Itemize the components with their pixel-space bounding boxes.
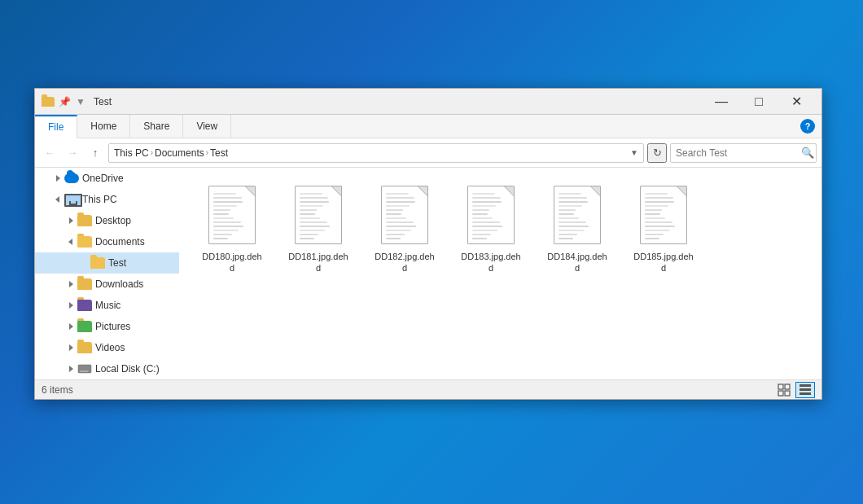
path-chevron-2: › [206,148,208,157]
svg-rect-8 [799,388,811,391]
file-icon [290,182,347,248]
close-button[interactable]: ✕ [778,89,815,115]
large-icons-view-button[interactable] [774,382,794,398]
svg-rect-5 [778,391,783,396]
folder-desktop-icon [77,213,92,228]
sidebar-item-music[interactable]: Music [35,295,179,316]
file-area: DD180.jpg.dehd DD181.jpg.dehd DD182.jpg.… [186,168,821,379]
sidebar-label-pictures: Pictures [95,321,130,332]
sidebar-item-desktop[interactable]: Desktop [35,210,179,231]
cloud-icon [64,171,79,186]
svg-rect-4 [785,384,790,389]
folder-pictures-icon [77,319,92,334]
sidebar-item-onedrive[interactable]: OneDrive [35,168,179,189]
help-button[interactable]: ? [800,119,815,134]
title-bar: 📌 ▼ Test — □ ✕ [35,89,821,115]
file-icon [204,182,261,248]
search-icon[interactable]: 🔍 [801,147,814,159]
search-input[interactable] [676,147,798,159]
expand-arrow-onedrive [51,172,64,185]
file-name: DD183.jpg.dehd [459,251,523,274]
folder-downloads-icon [77,277,92,291]
tab-share[interactable]: Share [130,115,183,138]
sidebar-item-pictures[interactable]: Pictures [35,316,179,337]
file-icon [376,182,433,248]
address-bar: ← → ↑ This PC › Documents › Test ▼ ↻ 🔍 [35,138,821,168]
pin-icon: 📌 [58,95,71,108]
ribbon: File Home Share View ? [35,115,821,138]
file-item[interactable]: DD185.jpg.dehd [627,177,700,279]
details-view-button[interactable] [795,382,815,398]
main-content: OneDrive This PC Desktop [35,168,821,379]
path-chevron-1: › [151,148,153,157]
expand-arrow-desktop [64,214,77,227]
refresh-button[interactable]: ↻ [647,143,667,163]
sidebar-label-videos: Videos [95,342,125,353]
file-name: DD182.jpg.dehd [373,251,436,274]
file-item[interactable]: DD182.jpg.dehd [368,177,441,279]
expand-arrow-this-pc [51,193,64,206]
sidebar-label-music: Music [95,300,120,311]
minimize-button[interactable]: — [703,89,740,115]
file-icon [462,182,519,248]
tab-view[interactable]: View [183,115,231,138]
expand-arrow-pictures [64,320,77,333]
path-segment-this-pc[interactable]: This PC [114,147,149,159]
sidebar-item-documents[interactable]: Documents [35,231,179,252]
svg-rect-7 [799,384,811,387]
file-item[interactable]: DD183.jpg.dehd [454,177,528,279]
file-item[interactable]: DD184.jpg.dehd [541,177,614,279]
ribbon-tabs: File Home Share View ? [35,115,821,138]
maximize-button[interactable]: □ [740,89,778,115]
svg-rect-6 [785,391,790,396]
file-name: DD181.jpg.dehd [287,251,350,274]
path-segment-test[interactable]: Test [210,147,228,159]
explorer-window: 📌 ▼ Test — □ ✕ File Home Share View ? ← … [34,88,822,400]
window-title: Test [94,96,703,107]
expand-arrow-documents [64,235,77,248]
quick-access-icon: ▼ [74,95,87,108]
file-icon [635,182,692,248]
pc-icon [64,192,79,207]
status-bar: 6 items [35,379,821,399]
view-buttons [774,382,815,398]
address-path[interactable]: This PC › Documents › Test ▼ [108,143,644,163]
expand-arrow-videos [64,341,77,354]
file-item[interactable]: DD180.jpg.dehd [195,177,269,279]
up-button[interactable]: ↑ [85,143,105,163]
sidebar-item-downloads[interactable]: Downloads [35,274,179,295]
tab-file[interactable]: File [35,115,77,138]
file-name: DD180.jpg.dehd [200,251,264,274]
file-icon [549,182,606,248]
forward-button[interactable]: → [63,143,82,163]
file-grid: DD180.jpg.dehd DD181.jpg.dehd DD182.jpg.… [195,177,812,279]
folder-test-icon [90,256,105,270]
expand-arrow-music [64,299,77,312]
window-controls: — □ ✕ [703,89,815,115]
path-dropdown-arrow[interactable]: ▼ [630,148,638,157]
sidebar-item-videos[interactable]: Videos [35,337,179,358]
sidebar-label-onedrive: OneDrive [82,173,124,184]
folder-music-icon [77,298,92,313]
sidebar-item-test[interactable]: Test [35,252,179,274]
sidebar-label-desktop: Desktop [95,215,131,226]
sidebar-label-this-pc: This PC [82,194,117,205]
sidebar-label-documents: Documents [95,236,145,248]
svg-rect-3 [778,384,783,389]
drive-icon [77,362,92,376]
sidebar-item-local-disk[interactable]: Local Disk (C:) [35,358,179,379]
file-name: DD185.jpg.dehd [632,251,695,274]
tab-home[interactable]: Home [77,115,130,138]
sidebar-label-local-disk: Local Disk (C:) [95,363,160,375]
folder-documents-icon [77,234,92,249]
sidebar: OneDrive This PC Desktop [35,168,186,379]
path-segment-documents[interactable]: Documents [155,147,204,159]
search-box[interactable]: 🔍 [670,143,817,163]
folder-videos-icon [77,340,92,355]
sidebar-item-this-pc[interactable]: This PC [35,189,179,210]
title-bar-icons: 📌 ▼ [42,95,87,108]
sidebar-label-downloads: Downloads [95,278,143,290]
back-button[interactable]: ← [40,143,59,163]
sidebar-label-test: Test [108,257,126,269]
file-item[interactable]: DD181.jpg.dehd [282,177,355,279]
